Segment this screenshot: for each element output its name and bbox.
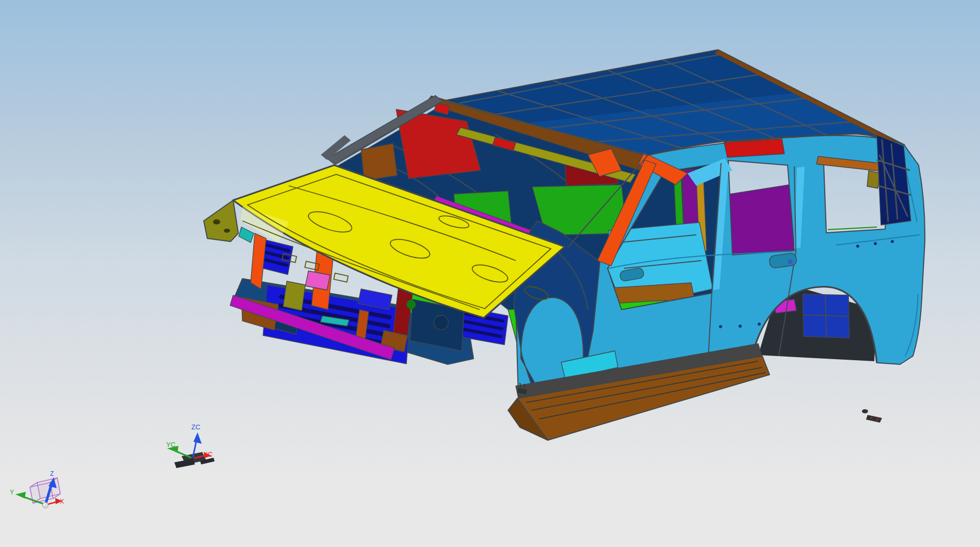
wcs-x-label: XC (203, 451, 213, 458)
car-body-model[interactable] (204, 50, 925, 440)
wcs-triad[interactable]: ZC YC XC (166, 423, 215, 468)
rear-arch-blue-box[interactable] (803, 294, 850, 338)
quarter-window-lines (828, 227, 877, 230)
view-triad-z-label: Z (50, 470, 54, 477)
wcs-y-label: YC (166, 441, 175, 448)
quarter-window-bracket[interactable] (867, 171, 880, 188)
model-canvas[interactable]: ZC YC XC Z Y X (0, 0, 980, 547)
view-triad-x-label: X (60, 498, 64, 505)
rail-red-band[interactable] (724, 139, 785, 157)
headlamp-panel[interactable] (204, 200, 238, 242)
view-triad-origin-ball[interactable] (43, 503, 48, 508)
wcs-z-label: ZC (191, 423, 200, 431)
engine-bay-olive[interactable] (283, 281, 305, 311)
view-triad[interactable]: Z Y X (10, 470, 64, 508)
left-apillar-brown[interactable] (361, 143, 397, 181)
floating-parts[interactable] (862, 409, 882, 423)
view-triad-y-label: Y (10, 489, 14, 496)
front-green-plug (406, 300, 416, 309)
cad-viewport[interactable]: ZC YC XC Z Y X (0, 0, 980, 547)
